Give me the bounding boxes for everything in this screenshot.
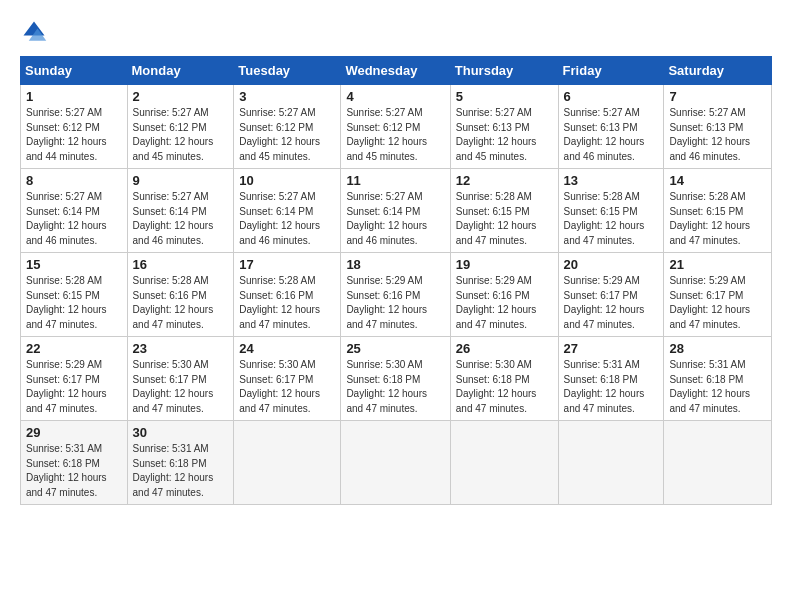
calendar-day-cell: 9 Sunrise: 5:27 AM Sunset: 6:14 PM Dayli… <box>127 169 234 253</box>
calendar-day-cell: 4 Sunrise: 5:27 AM Sunset: 6:12 PM Dayli… <box>341 85 450 169</box>
day-info: Sunrise: 5:27 AM Sunset: 6:14 PM Dayligh… <box>26 190 122 248</box>
calendar-day-cell: 14 Sunrise: 5:28 AM Sunset: 6:15 PM Dayl… <box>664 169 772 253</box>
calendar-day-cell: 13 Sunrise: 5:28 AM Sunset: 6:15 PM Dayl… <box>558 169 664 253</box>
day-number: 4 <box>346 89 444 104</box>
day-number: 20 <box>564 257 659 272</box>
day-number: 15 <box>26 257 122 272</box>
day-number: 5 <box>456 89 553 104</box>
day-number: 22 <box>26 341 122 356</box>
day-info: Sunrise: 5:30 AM Sunset: 6:17 PM Dayligh… <box>239 358 335 416</box>
calendar-day-cell: 20 Sunrise: 5:29 AM Sunset: 6:17 PM Dayl… <box>558 253 664 337</box>
calendar-day-cell: 19 Sunrise: 5:29 AM Sunset: 6:16 PM Dayl… <box>450 253 558 337</box>
day-number: 12 <box>456 173 553 188</box>
day-info: Sunrise: 5:27 AM Sunset: 6:12 PM Dayligh… <box>346 106 444 164</box>
calendar-week-row: 8 Sunrise: 5:27 AM Sunset: 6:14 PM Dayli… <box>21 169 772 253</box>
day-number: 21 <box>669 257 766 272</box>
col-saturday: Saturday <box>664 57 772 85</box>
day-info: Sunrise: 5:28 AM Sunset: 6:15 PM Dayligh… <box>456 190 553 248</box>
calendar-day-cell: 28 Sunrise: 5:31 AM Sunset: 6:18 PM Dayl… <box>664 337 772 421</box>
day-number: 11 <box>346 173 444 188</box>
calendar-day-cell: 7 Sunrise: 5:27 AM Sunset: 6:13 PM Dayli… <box>664 85 772 169</box>
calendar-day-cell: 6 Sunrise: 5:27 AM Sunset: 6:13 PM Dayli… <box>558 85 664 169</box>
logo-icon <box>20 18 48 46</box>
day-info: Sunrise: 5:31 AM Sunset: 6:18 PM Dayligh… <box>26 442 122 500</box>
calendar-week-row: 15 Sunrise: 5:28 AM Sunset: 6:15 PM Dayl… <box>21 253 772 337</box>
day-number: 26 <box>456 341 553 356</box>
day-info: Sunrise: 5:30 AM Sunset: 6:18 PM Dayligh… <box>346 358 444 416</box>
calendar-day-cell: 5 Sunrise: 5:27 AM Sunset: 6:13 PM Dayli… <box>450 85 558 169</box>
day-info: Sunrise: 5:29 AM Sunset: 6:16 PM Dayligh… <box>346 274 444 332</box>
calendar-day-cell <box>341 421 450 505</box>
day-info: Sunrise: 5:30 AM Sunset: 6:18 PM Dayligh… <box>456 358 553 416</box>
calendar-table: Sunday Monday Tuesday Wednesday Thursday… <box>20 56 772 505</box>
day-info: Sunrise: 5:29 AM Sunset: 6:16 PM Dayligh… <box>456 274 553 332</box>
day-number: 14 <box>669 173 766 188</box>
day-number: 9 <box>133 173 229 188</box>
day-number: 29 <box>26 425 122 440</box>
day-info: Sunrise: 5:31 AM Sunset: 6:18 PM Dayligh… <box>669 358 766 416</box>
day-info: Sunrise: 5:31 AM Sunset: 6:18 PM Dayligh… <box>564 358 659 416</box>
col-thursday: Thursday <box>450 57 558 85</box>
day-info: Sunrise: 5:28 AM Sunset: 6:15 PM Dayligh… <box>26 274 122 332</box>
day-number: 7 <box>669 89 766 104</box>
calendar-day-cell <box>558 421 664 505</box>
calendar-header-row: Sunday Monday Tuesday Wednesday Thursday… <box>21 57 772 85</box>
day-info: Sunrise: 5:27 AM Sunset: 6:13 PM Dayligh… <box>669 106 766 164</box>
col-wednesday: Wednesday <box>341 57 450 85</box>
day-info: Sunrise: 5:27 AM Sunset: 6:14 PM Dayligh… <box>239 190 335 248</box>
day-info: Sunrise: 5:27 AM Sunset: 6:13 PM Dayligh… <box>564 106 659 164</box>
day-info: Sunrise: 5:29 AM Sunset: 6:17 PM Dayligh… <box>564 274 659 332</box>
calendar-day-cell: 29 Sunrise: 5:31 AM Sunset: 6:18 PM Dayl… <box>21 421 128 505</box>
calendar-day-cell: 30 Sunrise: 5:31 AM Sunset: 6:18 PM Dayl… <box>127 421 234 505</box>
day-info: Sunrise: 5:30 AM Sunset: 6:17 PM Dayligh… <box>133 358 229 416</box>
day-number: 30 <box>133 425 229 440</box>
day-number: 8 <box>26 173 122 188</box>
day-number: 28 <box>669 341 766 356</box>
calendar-day-cell: 15 Sunrise: 5:28 AM Sunset: 6:15 PM Dayl… <box>21 253 128 337</box>
calendar-day-cell: 24 Sunrise: 5:30 AM Sunset: 6:17 PM Dayl… <box>234 337 341 421</box>
page: Sunday Monday Tuesday Wednesday Thursday… <box>0 0 792 612</box>
calendar-day-cell <box>450 421 558 505</box>
calendar-day-cell: 27 Sunrise: 5:31 AM Sunset: 6:18 PM Dayl… <box>558 337 664 421</box>
calendar-day-cell: 21 Sunrise: 5:29 AM Sunset: 6:17 PM Dayl… <box>664 253 772 337</box>
day-number: 3 <box>239 89 335 104</box>
logo <box>20 18 52 46</box>
day-number: 27 <box>564 341 659 356</box>
calendar-day-cell: 23 Sunrise: 5:30 AM Sunset: 6:17 PM Dayl… <box>127 337 234 421</box>
day-number: 16 <box>133 257 229 272</box>
day-info: Sunrise: 5:31 AM Sunset: 6:18 PM Dayligh… <box>133 442 229 500</box>
calendar-day-cell: 11 Sunrise: 5:27 AM Sunset: 6:14 PM Dayl… <box>341 169 450 253</box>
day-info: Sunrise: 5:28 AM Sunset: 6:15 PM Dayligh… <box>669 190 766 248</box>
day-number: 10 <box>239 173 335 188</box>
calendar-week-row: 22 Sunrise: 5:29 AM Sunset: 6:17 PM Dayl… <box>21 337 772 421</box>
calendar-day-cell: 22 Sunrise: 5:29 AM Sunset: 6:17 PM Dayl… <box>21 337 128 421</box>
day-number: 23 <box>133 341 229 356</box>
day-info: Sunrise: 5:27 AM Sunset: 6:12 PM Dayligh… <box>133 106 229 164</box>
day-info: Sunrise: 5:27 AM Sunset: 6:14 PM Dayligh… <box>133 190 229 248</box>
day-number: 24 <box>239 341 335 356</box>
day-info: Sunrise: 5:29 AM Sunset: 6:17 PM Dayligh… <box>669 274 766 332</box>
calendar-day-cell: 26 Sunrise: 5:30 AM Sunset: 6:18 PM Dayl… <box>450 337 558 421</box>
col-friday: Friday <box>558 57 664 85</box>
calendar-day-cell <box>664 421 772 505</box>
calendar-day-cell <box>234 421 341 505</box>
day-info: Sunrise: 5:27 AM Sunset: 6:12 PM Dayligh… <box>26 106 122 164</box>
calendar-day-cell: 25 Sunrise: 5:30 AM Sunset: 6:18 PM Dayl… <box>341 337 450 421</box>
day-number: 1 <box>26 89 122 104</box>
calendar-day-cell: 12 Sunrise: 5:28 AM Sunset: 6:15 PM Dayl… <box>450 169 558 253</box>
calendar-week-row: 1 Sunrise: 5:27 AM Sunset: 6:12 PM Dayli… <box>21 85 772 169</box>
day-info: Sunrise: 5:29 AM Sunset: 6:17 PM Dayligh… <box>26 358 122 416</box>
col-tuesday: Tuesday <box>234 57 341 85</box>
day-number: 19 <box>456 257 553 272</box>
calendar-week-row: 29 Sunrise: 5:31 AM Sunset: 6:18 PM Dayl… <box>21 421 772 505</box>
calendar-day-cell: 8 Sunrise: 5:27 AM Sunset: 6:14 PM Dayli… <box>21 169 128 253</box>
calendar-day-cell: 2 Sunrise: 5:27 AM Sunset: 6:12 PM Dayli… <box>127 85 234 169</box>
calendar-day-cell: 18 Sunrise: 5:29 AM Sunset: 6:16 PM Dayl… <box>341 253 450 337</box>
col-monday: Monday <box>127 57 234 85</box>
day-number: 6 <box>564 89 659 104</box>
day-info: Sunrise: 5:27 AM Sunset: 6:14 PM Dayligh… <box>346 190 444 248</box>
col-sunday: Sunday <box>21 57 128 85</box>
day-info: Sunrise: 5:28 AM Sunset: 6:15 PM Dayligh… <box>564 190 659 248</box>
calendar-day-cell: 10 Sunrise: 5:27 AM Sunset: 6:14 PM Dayl… <box>234 169 341 253</box>
day-info: Sunrise: 5:28 AM Sunset: 6:16 PM Dayligh… <box>239 274 335 332</box>
